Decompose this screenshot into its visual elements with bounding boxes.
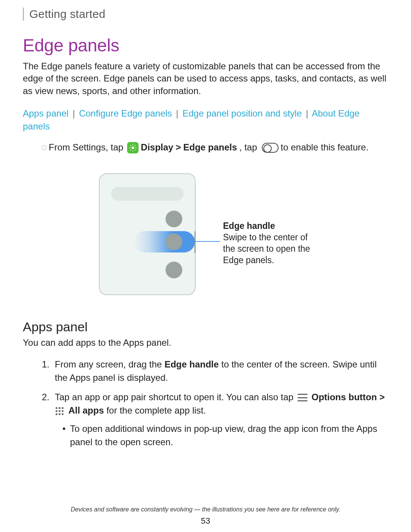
page-number: 53	[0, 516, 411, 526]
all-apps-label: All apps	[68, 405, 104, 415]
edge-swipe-indicator	[134, 231, 195, 252]
link-edge-position[interactable]: Edge panel position and style	[182, 108, 302, 118]
options-button-icon	[298, 394, 307, 401]
apps-panel-heading: Apps panel	[23, 320, 388, 334]
intro-paragraph: The Edge panels feature a variety of cus…	[23, 60, 388, 97]
edge-handle-icon	[194, 231, 196, 253]
step-text: for the complete app list.	[104, 405, 206, 415]
step-number: 2.	[42, 391, 49, 404]
callout-body: Swipe to the center of the screen to ope…	[223, 232, 311, 266]
sub-bullet-item: To open additional windows in pop-up vie…	[62, 422, 388, 449]
svg-point-0	[132, 146, 134, 149]
gt-separator: >	[379, 392, 385, 402]
link-separator: |	[306, 108, 308, 118]
breadcrumb: Getting started	[29, 8, 388, 21]
step-item: 1. From any screen, drag the Edge handle…	[42, 358, 388, 385]
step-number: 1.	[42, 358, 49, 371]
svg-line-8	[135, 145, 135, 146]
page-title: Edge panels	[23, 35, 388, 56]
edge-handle-diagram: Edge handle Swipe to the center of the s…	[23, 173, 388, 295]
display-settings-icon	[127, 142, 139, 153]
phone-search-bar	[111, 187, 183, 201]
app-circle-icon	[166, 262, 182, 278]
callout-title: Edge handle	[223, 220, 311, 232]
step-item: 2. Tap an app or app pair shortcut to op…	[42, 391, 388, 449]
link-separator: |	[176, 108, 178, 118]
display-label: Display	[141, 141, 173, 154]
footer-disclaimer: Devices and software are constantly evol…	[0, 506, 411, 513]
edge-handle-label: Edge handle	[164, 359, 219, 369]
instruction-text: to enable this feature.	[281, 141, 369, 154]
edge-panels-label: Edge panels	[183, 141, 237, 154]
link-configure-edge[interactable]: Configure Edge panels	[79, 108, 172, 118]
toggle-switch-icon	[262, 143, 279, 153]
bullet-icon	[42, 145, 46, 150]
options-button-label: Options button	[311, 392, 377, 402]
instruction-text: From Settings, tap	[49, 141, 123, 154]
instruction-text: , tap	[239, 141, 257, 154]
callout-leader-line	[195, 241, 220, 242]
edge-handle-callout: Edge handle Swipe to the center of the s…	[223, 220, 311, 266]
link-separator: |	[73, 108, 75, 118]
all-apps-icon	[56, 407, 64, 415]
step-text: Tap an app or app pair shortcut to open …	[55, 392, 293, 402]
gt-separator: >	[175, 141, 181, 154]
phone-illustration	[99, 173, 196, 295]
apps-panel-intro: You can add apps to the Apps panel.	[23, 337, 388, 348]
app-circle-icon	[166, 211, 182, 227]
svg-line-6	[135, 150, 135, 150]
step-text: From any screen, drag the	[55, 359, 164, 369]
breadcrumb-bar: Getting started	[23, 8, 388, 21]
section-links: Apps panel | Configure Edge panels | Edg…	[23, 107, 388, 133]
enable-instruction: From Settings, tap Display > Edge panels…	[42, 141, 388, 154]
apps-panel-steps: 1. From any screen, drag the Edge handle…	[42, 358, 388, 449]
sub-bullet-list: To open additional windows in pop-up vie…	[62, 422, 388, 449]
svg-line-5	[130, 145, 131, 146]
app-circle-icon	[166, 233, 182, 250]
svg-line-7	[130, 150, 131, 150]
link-apps-panel[interactable]: Apps panel	[23, 108, 68, 118]
